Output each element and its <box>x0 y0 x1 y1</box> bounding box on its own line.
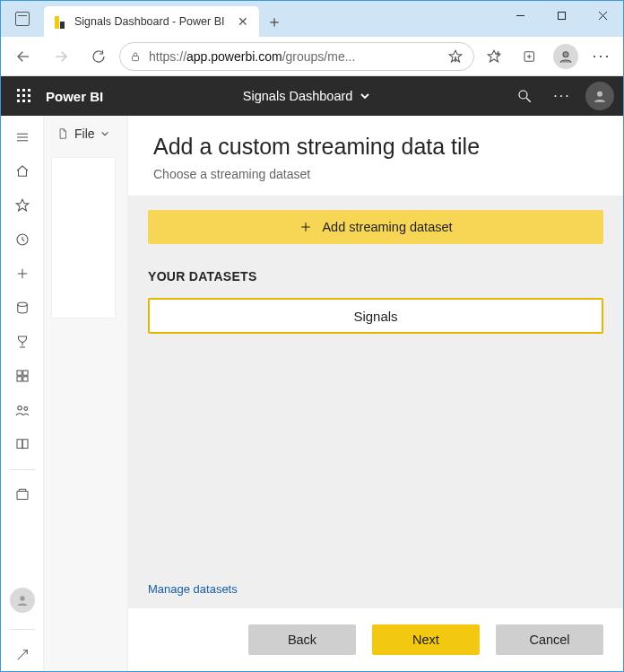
svg-line-47 <box>17 650 27 660</box>
next-button[interactable]: Next <box>372 624 480 655</box>
svg-point-46 <box>20 596 24 600</box>
svg-point-35 <box>17 302 27 307</box>
nav-home-button[interactable] <box>4 155 40 188</box>
svg-rect-16 <box>17 89 20 92</box>
panel-footer: Back Next Cancel <box>128 608 623 671</box>
titlebar: Signals Dashboard - Power BI ✕ ＋ <box>1 1 623 37</box>
svg-point-27 <box>597 92 602 97</box>
add-streaming-dataset-label: Add streaming dataset <box>322 220 452 234</box>
address-bar: https://app.powerbi.com/groups/me... ··· <box>1 37 623 76</box>
collections-icon[interactable] <box>514 40 546 73</box>
streaming-tile-panel: Add a custom streaming data tile Choose … <box>128 116 623 671</box>
url-text: https://app.powerbi.com/groups/me... <box>149 49 439 64</box>
svg-rect-40 <box>17 377 22 381</box>
window-close-button[interactable] <box>582 1 623 30</box>
svg-rect-21 <box>28 94 30 97</box>
svg-rect-24 <box>28 100 30 102</box>
powerbi-favicon-icon <box>53 14 67 29</box>
manage-datasets-link[interactable]: Manage datasets <box>148 575 603 599</box>
nav-getdata-button[interactable] <box>4 639 40 671</box>
window-maximize-button[interactable] <box>541 1 582 30</box>
svg-rect-38 <box>17 371 22 375</box>
panel-subtitle: Choose a streaming dataset <box>153 167 598 181</box>
svg-rect-22 <box>17 100 20 102</box>
account-button[interactable] <box>585 82 614 110</box>
nav-rail <box>1 116 44 671</box>
browser-window: Signals Dashboard - Power BI ✕ ＋ https:/… <box>0 0 624 672</box>
app-launcher-button[interactable] <box>10 82 39 110</box>
svg-rect-19 <box>17 94 20 97</box>
favorites-icon[interactable] <box>478 40 510 73</box>
file-menu-label: File <box>74 127 95 141</box>
dashboard-thumbnail <box>51 157 116 319</box>
avatar-icon <box>553 44 578 69</box>
tab-title: Signals Dashboard - Power BI <box>74 15 229 28</box>
svg-rect-17 <box>22 89 25 92</box>
svg-point-43 <box>23 407 27 411</box>
browser-tab[interactable]: Signals Dashboard - Power BI ✕ <box>44 6 259 37</box>
new-tab-button[interactable]: ＋ <box>259 6 290 37</box>
nav-datasets-button[interactable] <box>4 292 40 324</box>
brand-label: Power BI <box>46 89 103 104</box>
file-icon <box>56 127 69 140</box>
svg-rect-41 <box>22 377 27 381</box>
svg-marker-31 <box>16 199 29 211</box>
svg-rect-18 <box>28 89 30 92</box>
page-toolbar: File <box>44 116 128 671</box>
svg-rect-45 <box>19 489 26 491</box>
reader-mode-icon[interactable] <box>446 40 464 73</box>
panel-title: Add a custom streaming data tile <box>153 134 598 160</box>
svg-rect-44 <box>17 492 28 500</box>
svg-rect-39 <box>22 371 27 375</box>
chevron-down-icon <box>360 91 370 101</box>
nav-my-workspace-button[interactable] <box>10 588 35 613</box>
cancel-button[interactable]: Cancel <box>496 624 603 655</box>
dashboard-title-dropdown[interactable]: Signals Dashboard <box>103 89 510 103</box>
panel-header: Add a custom streaming data tile Choose … <box>128 116 623 196</box>
nav-learn-button[interactable] <box>4 428 40 460</box>
window-minimize-button[interactable] <box>499 1 541 30</box>
panel-body: Add streaming dataset YOUR DATASETS Sign… <box>128 196 623 608</box>
svg-rect-20 <box>22 94 25 97</box>
url-field[interactable]: https://app.powerbi.com/groups/me... <box>119 42 474 71</box>
nav-apps-button[interactable] <box>4 360 40 392</box>
back-button[interactable]: Back <box>248 624 356 655</box>
chevron-down-icon <box>100 129 109 138</box>
plus-icon <box>299 220 313 234</box>
window-controls <box>499 1 623 30</box>
dashboard-name: Signals Dashboard <box>243 89 353 103</box>
tab-close-button[interactable]: ✕ <box>236 14 250 29</box>
search-button[interactable] <box>510 82 539 110</box>
browser-more-button[interactable]: ··· <box>585 40 618 73</box>
profile-button[interactable] <box>550 40 582 73</box>
nav-collapse-button[interactable] <box>4 121 40 153</box>
nav-recent-button[interactable] <box>4 223 40 256</box>
svg-rect-1 <box>558 12 565 19</box>
header-more-button[interactable]: ··· <box>548 82 576 110</box>
nav-workspaces-button[interactable] <box>4 479 40 511</box>
nav-refresh-button[interactable] <box>82 39 116 74</box>
file-menu-button[interactable]: File <box>51 123 120 144</box>
add-streaming-dataset-button[interactable]: Add streaming dataset <box>148 210 603 244</box>
svg-point-15 <box>563 51 568 57</box>
svg-rect-23 <box>22 100 25 102</box>
svg-point-25 <box>519 91 527 99</box>
window-menu-icon[interactable] <box>1 1 44 37</box>
nav-create-button[interactable] <box>4 257 40 290</box>
svg-point-42 <box>17 406 22 411</box>
svg-line-26 <box>526 98 531 102</box>
app-body: File Add a custom streaming data tile Ch… <box>1 116 623 671</box>
nav-shared-button[interactable] <box>4 394 40 426</box>
your-datasets-label: YOUR DATASETS <box>148 269 603 284</box>
dataset-option-signals[interactable]: Signals <box>148 298 603 334</box>
powerbi-header: Power BI Signals Dashboard ··· <box>1 76 623 116</box>
nav-favorites-button[interactable] <box>4 189 40 222</box>
lock-icon <box>129 50 142 63</box>
nav-forward-button[interactable] <box>44 39 78 74</box>
dataset-name: Signals <box>353 309 397 324</box>
svg-rect-6 <box>133 56 139 60</box>
nav-goals-button[interactable] <box>4 326 40 358</box>
nav-back-button[interactable] <box>6 39 40 74</box>
